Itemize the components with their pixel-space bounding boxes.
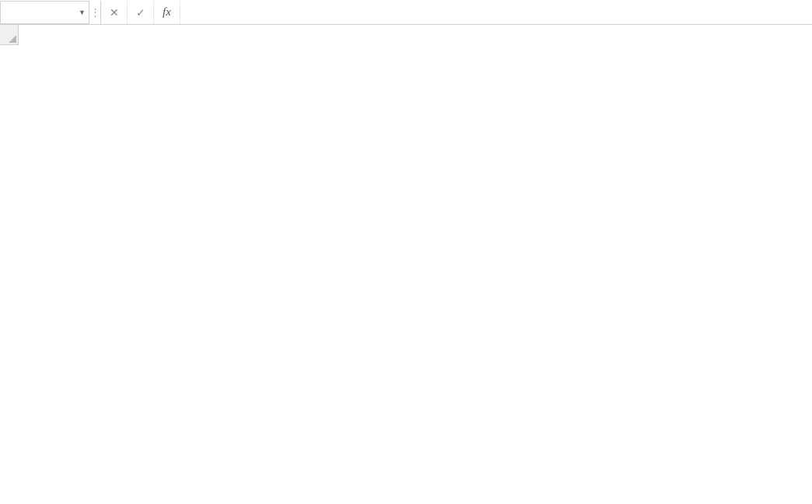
spreadsheet-grid [0, 25, 812, 504]
left-gutter [0, 25, 19, 504]
cancel-icon[interactable]: ✕ [101, 1, 128, 24]
formula-bar: ▼ ⋮ ✕ ✓ fx [0, 0, 812, 25]
name-box[interactable]: ▼ [0, 1, 89, 24]
fx-icon[interactable]: fx [154, 1, 180, 24]
check-icon[interactable]: ✓ [128, 1, 154, 24]
select-all-corner[interactable] [0, 25, 19, 45]
formula-input[interactable] [180, 1, 812, 24]
cells-area[interactable] [19, 45, 812, 504]
formula-bar-separator: ⋮ [89, 1, 101, 24]
grid-main [19, 25, 812, 504]
column-headers [19, 25, 812, 45]
chevron-down-icon[interactable]: ▼ [79, 9, 86, 16]
